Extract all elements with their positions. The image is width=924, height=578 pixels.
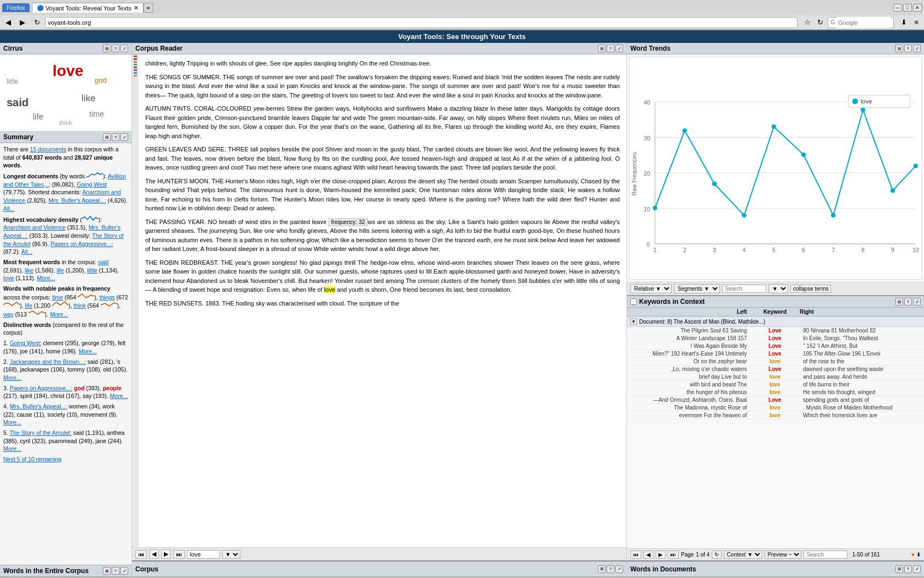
kic-keyword-love[interactable]: Love [750, 335, 800, 341]
cr-options-button[interactable]: ⊞ [598, 45, 606, 52]
minimize-button[interactable]: ─ [893, 4, 902, 12]
corpus-next-button[interactable]: ▶ [161, 549, 171, 559]
wid-help-button[interactable]: ? [904, 565, 912, 573]
corpus-sub-options[interactable]: ⊞ [598, 565, 606, 573]
corpus-search-select[interactable]: ▼ [222, 550, 240, 559]
summary-help-button[interactable]: ? [112, 133, 119, 141]
kic-col-left: Left [629, 309, 750, 315]
kic-keyword-love[interactable]: Love [750, 351, 800, 357]
wt-help-button[interactable]: ? [904, 45, 912, 52]
kic-first-button[interactable]: ⏮ [630, 550, 641, 559]
kic-row: with bird and beast The love of life bur… [627, 381, 924, 389]
corpus-sub-expand[interactable]: ⤢ [615, 565, 623, 573]
browser-search-input[interactable] [836, 17, 891, 28]
kic-next-button[interactable]: ▶ [656, 550, 666, 559]
svg-text:3: 3 [713, 247, 716, 253]
kic-keyword-love[interactable]: love [750, 389, 800, 395]
browser-tab[interactable]: 🔵 Voyant Tools: Reveal Your Texts ✕ [32, 3, 144, 13]
firefox-button[interactable]: Firefox [2, 3, 30, 12]
back-button[interactable]: ◀ [2, 17, 14, 28]
cloud-word-life[interactable]: life [33, 112, 43, 121]
cirrus-help-button[interactable]: ? [112, 45, 119, 52]
collapse-terms-button[interactable]: collapse terms [790, 285, 831, 293]
cirrus-controls: ⊞ ? ⤢ [103, 45, 128, 52]
url-bar[interactable] [45, 17, 798, 28]
corpus-search-input[interactable] [187, 550, 220, 559]
summary-controls: ⊞ ? ⤢ [103, 133, 128, 141]
kic-keyword-love[interactable]: love [750, 358, 800, 364]
menu-icon[interactable]: ≡ [911, 17, 922, 28]
kic-context-select[interactable]: Context ▼ [724, 550, 762, 559]
summary-expand-button[interactable]: ⤢ [120, 133, 128, 141]
word-trends-search-input[interactable] [722, 285, 766, 293]
kic-search-input[interactable] [804, 550, 848, 559]
wid-expand-button[interactable]: ⤢ [913, 565, 921, 573]
wec-help-button[interactable]: ? [112, 567, 119, 575]
kic-expand-icon[interactable]: ▼ [630, 318, 637, 325]
cloud-word-little[interactable]: little [7, 78, 18, 85]
svg-text:6: 6 [802, 247, 805, 253]
refresh-icon[interactable]: ↻ [815, 17, 826, 28]
kic-refresh-button[interactable]: ↻ [712, 550, 722, 559]
cr-expand-button[interactable]: ⤢ [615, 45, 623, 52]
corpus-prev-button[interactable]: ◀ [149, 549, 159, 559]
kic-keyword-love[interactable]: Love [750, 343, 800, 349]
corpus-last-button[interactable]: ⏭ [173, 550, 185, 559]
kic-last-button[interactable]: ⏭ [668, 550, 679, 559]
cloud-word-time[interactable]: time [90, 110, 104, 118]
download-icon[interactable]: ⬇ [898, 17, 909, 28]
corpus-first-button[interactable]: ⏮ [135, 550, 147, 559]
star-icon[interactable]: ☆ [802, 17, 813, 28]
close-button[interactable]: ✕ [913, 4, 922, 12]
summary-header: Summary ⊞ ? ⤢ [0, 132, 131, 143]
relative-select[interactable]: Relative ▼ [630, 284, 672, 293]
search-type-select[interactable]: ▼ [768, 284, 788, 293]
kic-help-button[interactable]: ? [904, 298, 912, 306]
kic-prev-button[interactable]: ◀ [644, 550, 653, 559]
cloud-word-think[interactable]: think [59, 119, 72, 126]
kic-keyword-love[interactable]: love [750, 381, 800, 388]
kic-options-button[interactable]: ⊞ [895, 298, 903, 306]
kic-left-text: the hunger of his piteous [629, 389, 750, 395]
corpus-sub-title: Corpus [135, 565, 158, 573]
forward-button[interactable]: ▶ [16, 17, 29, 28]
maximize-button[interactable]: □ [903, 4, 912, 12]
wec-expand-button[interactable]: ⤢ [120, 567, 128, 575]
kic-table-header: Left Keyword Right [627, 308, 924, 317]
wt-options-button[interactable]: ⊞ [895, 45, 903, 52]
wid-options-button[interactable]: ⊞ [895, 565, 903, 573]
browser-titlebar: Firefox 🔵 Voyant Tools: Reveal Your Text… [0, 0, 924, 15]
refresh-button[interactable]: ↻ [31, 17, 43, 28]
kic-heart-icon[interactable]: ♥ [911, 552, 915, 558]
kic-keyword-love[interactable]: Love [750, 366, 800, 372]
kic-left-text: evermore For the heaven of [629, 412, 750, 418]
cloud-word-god[interactable]: god [95, 76, 107, 84]
cirrus-expand-button[interactable]: ⤢ [120, 45, 128, 52]
kic-download-icon[interactable]: ⬇ [916, 552, 921, 558]
svg-point-26 [742, 213, 746, 217]
cr-help-button[interactable]: ? [607, 45, 614, 52]
summary-options-button[interactable]: ⊞ [103, 133, 111, 141]
cloud-word-love[interactable]: love [53, 62, 84, 80]
kic-keyword-love[interactable]: Love [750, 328, 800, 334]
wec-options-button[interactable]: ⊞ [103, 567, 111, 575]
new-tab-button[interactable]: + [144, 3, 153, 13]
keywords-checkbox[interactable] [630, 298, 637, 305]
svg-point-32 [914, 163, 918, 168]
cirrus-options-button[interactable]: ⊞ [103, 45, 111, 52]
kic-keyword-love[interactable]: Love [750, 397, 800, 403]
distinctive-item-1: 1. Going West: clement (295), george (27… [3, 339, 128, 355]
wt-expand-button[interactable]: ⤢ [913, 45, 921, 52]
segments-select[interactable]: Segments ▼ [674, 284, 720, 293]
sparkline-way [29, 310, 45, 317]
svg-text:0: 0 [647, 242, 650, 248]
kic-keyword-love[interactable]: love [750, 374, 800, 380]
kic-keyword-love[interactable]: love [750, 405, 800, 411]
kic-row: brief day Live but to love and pass away… [627, 373, 924, 381]
cloud-word-like[interactable]: like [81, 93, 96, 104]
corpus-sub-help[interactable]: ? [607, 565, 614, 573]
kic-preview-select[interactable]: Preview ~ [765, 550, 801, 559]
kic-expand-button[interactable]: ⤢ [913, 298, 921, 306]
kic-keyword-love[interactable]: love [750, 412, 800, 418]
cloud-word-said[interactable]: said [7, 96, 29, 109]
